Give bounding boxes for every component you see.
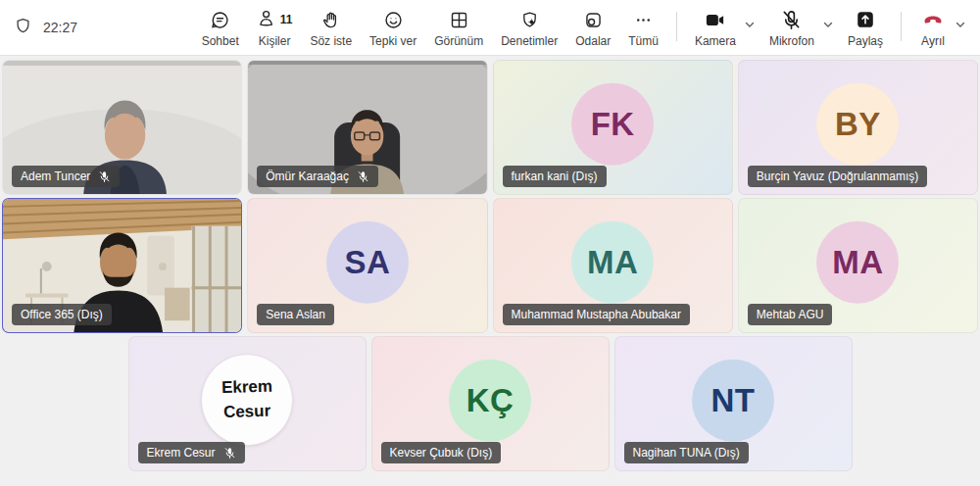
participant-name-label: Nagihan TUNA (Dış) (624, 442, 749, 463)
participant-name-label: Burçin Yavuz (Doğrulanmamış) (748, 166, 928, 187)
participant-tile[interactable]: FKfurkan kani (Dış) (493, 60, 733, 195)
more-button[interactable]: Tümü (620, 9, 666, 48)
avatar-initials: SA (344, 244, 390, 281)
participant-tile[interactable]: BYBurçin Yavuz (Doğrulanmamış) (738, 60, 978, 195)
chat-button[interactable]: Sohbet (194, 9, 247, 48)
avatar-initials: MA (832, 244, 883, 281)
participant-tile[interactable]: SASena Aslan (247, 198, 487, 333)
chat-label: Sohbet (202, 34, 239, 48)
muted-mic-icon (223, 447, 236, 460)
leave-call-icon (921, 9, 945, 30)
more-ellipsis-icon (633, 9, 654, 30)
meeting-toolbar: 22:27 Sohbet 11 Kişiler (0, 0, 980, 56)
participant-name: furkan kani (Dış) (512, 170, 598, 183)
controls-button[interactable]: Denetimler (493, 9, 565, 48)
muted-mic-icon (98, 170, 111, 183)
leave-button[interactable]: Ayrıl (911, 9, 955, 48)
participant-name: Burçin Yavuz (Doğrulanmamış) (757, 170, 919, 183)
avatar-initials: KÇ (466, 382, 514, 419)
raise-hand-button[interactable]: Söz iste (302, 9, 360, 48)
leave-label: Ayrıl (921, 34, 945, 48)
participant-name: Mehtab AGU (757, 308, 824, 321)
avatar-initials: MA (587, 244, 638, 281)
camera-button[interactable]: Kamera (687, 9, 744, 48)
participant-avatar: BY (816, 83, 899, 166)
camera-icon (704, 9, 726, 30)
leave-chevron-button[interactable] (953, 17, 968, 35)
participant-name: Adem Tuncer (21, 170, 90, 183)
participant-tile[interactable]: Adem Tuncer (2, 60, 242, 195)
participant-name: Muhammad Mustapha Abubakar (512, 308, 681, 321)
avatar-initials: FK (591, 106, 635, 143)
participant-avatar: KÇ (449, 360, 531, 442)
meeting-time: 22:27 (43, 20, 77, 35)
participant-name-label: Adem Tuncer (12, 166, 120, 187)
avatar-initials: NT (711, 382, 756, 419)
participant-name-label: Muhammad Mustapha Abubakar (503, 304, 690, 325)
view-button[interactable]: Görünüm (426, 9, 491, 48)
controls-shield-gear-icon (519, 9, 540, 30)
participant-tile[interactable]: KÇKevser Çubuk (Dış) (371, 336, 610, 471)
participant-photo-avatar: EkremCesur (202, 355, 292, 445)
more-label: Tümü (628, 34, 659, 48)
people-label: Kişiler (259, 34, 291, 48)
participant-name-label: Office 365 (Dış) (12, 304, 112, 325)
raise-hand-icon (320, 9, 341, 30)
share-screen-icon (855, 9, 876, 30)
react-button[interactable]: Tepki ver (362, 9, 424, 48)
participant-tile[interactable]: Ömür Karaağaç (247, 60, 487, 195)
participant-name-label: Ömür Karaağaç (257, 166, 378, 187)
rooms-label: Odalar (575, 34, 611, 48)
toolbar-divider (676, 12, 677, 41)
camera-label: Kamera (695, 34, 736, 48)
share-label: Paylaş (848, 34, 883, 48)
camera-chevron-button[interactable] (742, 17, 758, 35)
raise-hand-label: Söz iste (310, 34, 352, 48)
participant-name: Ekrem Cesur (147, 446, 216, 460)
participant-name: Kevser Çubuk (Dış) (390, 446, 493, 460)
controls-label: Denetimler (501, 34, 558, 48)
chat-icon (210, 9, 230, 30)
participant-name: Sena Aslan (266, 308, 325, 321)
participant-tile[interactable]: Office 365 (Dış) (2, 198, 242, 333)
participant-avatar: MA (816, 221, 899, 304)
avatar-initials: BY (835, 106, 881, 143)
toolbar-divider (901, 12, 902, 41)
view-label: Görünüm (434, 34, 483, 48)
rooms-icon (583, 9, 604, 30)
participant-avatar: MA (571, 221, 654, 304)
participant-tile[interactable]: NTNagihan TUNA (Dış) (614, 336, 853, 471)
react-label: Tepki ver (369, 34, 416, 48)
grid-row: Office 365 (Dış)SASena AslanMAMuhammad M… (0, 198, 980, 333)
participant-name-label: furkan kani (Dış) (503, 166, 607, 187)
participant-avatar: SA (326, 221, 409, 304)
participant-tile[interactable]: MAMuhammad Mustapha Abubakar (493, 198, 733, 333)
view-grid-icon (449, 9, 469, 30)
people-icon (257, 8, 277, 31)
participant-name: Ömür Karaağaç (266, 170, 349, 183)
participant-name: Nagihan TUNA (Dış) (633, 446, 740, 460)
rooms-button[interactable]: Odalar (567, 9, 618, 48)
participant-count: 11 (280, 13, 293, 26)
participant-grid: Adem TuncerÖmür KaraağaçFKfurkan kani (D… (0, 56, 980, 486)
react-smiley-icon (383, 9, 404, 30)
security-shield-icon (14, 17, 32, 39)
microphone-button[interactable]: Mikrofon (761, 9, 822, 48)
grid-row: Adem TuncerÖmür KaraağaçFKfurkan kani (D… (0, 60, 980, 195)
share-button[interactable]: Paylaş (840, 9, 891, 48)
microphone-chevron-button[interactable] (820, 17, 836, 35)
participant-tile[interactable]: MAMehtab AGU (738, 198, 978, 333)
participant-name-label: Kevser Çubuk (Dış) (381, 442, 502, 463)
people-button[interactable]: 11 Kişiler (249, 9, 301, 48)
grid-row: EkremCesurEkrem CesurKÇKevser Çubuk (Dış… (0, 336, 980, 471)
participant-avatar: FK (571, 83, 654, 166)
participant-avatar: NT (692, 360, 774, 442)
participant-name-label: Mehtab AGU (748, 304, 833, 325)
muted-mic-icon (357, 170, 369, 183)
microphone-label: Mikrofon (769, 34, 814, 48)
participant-name-label: Ekrem Cesur (138, 442, 245, 463)
participant-tile[interactable]: EkremCesurEkrem Cesur (128, 336, 367, 471)
microphone-muted-icon (780, 9, 803, 30)
participant-name: Office 365 (Dış) (21, 308, 103, 321)
participant-name-label: Sena Aslan (257, 304, 334, 325)
